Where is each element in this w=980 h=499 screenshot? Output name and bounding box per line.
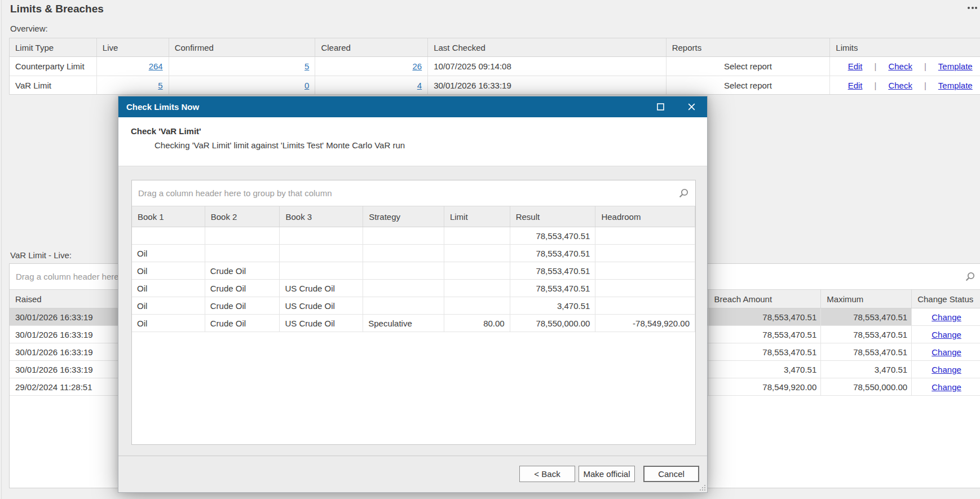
dialog-group-panel[interactable]: Drag a column header here to group by th…	[132, 180, 695, 206]
last-checked-cell: 10/07/2025 09:14:08	[428, 57, 666, 76]
live-count-link[interactable]: 5	[158, 81, 162, 90]
ellipsis-menu-icon[interactable]	[968, 7, 977, 9]
make-official-button[interactable]: Make official	[579, 466, 635, 482]
dialog-title: Check Limits Now	[118, 102, 199, 112]
check-link[interactable]: Check	[888, 81, 912, 90]
headroom-cell	[595, 262, 695, 279]
column-header-book3[interactable]: Book 3	[280, 206, 363, 227]
dialog-footer: < Back Make official Cancel	[118, 456, 707, 492]
live-count-link[interactable]: 264	[149, 61, 163, 71]
result-cell: 3,470.51	[510, 297, 596, 314]
result-cell: 78,553,470.51	[510, 245, 596, 262]
breaches-section-label: VaR Limit - Live:	[10, 250, 72, 260]
change-link[interactable]: Change	[932, 365, 961, 374]
dialog-header-area: Check 'VaR Limit' Checking 'VaR Limit' l…	[118, 117, 707, 166]
book3-cell: US Crude Oil	[280, 280, 363, 297]
breach-amount-cell: 78,553,470.51	[709, 343, 822, 360]
check-result-row[interactable]: Oil Crude Oil US Crude Oil 3,470.51	[132, 297, 695, 315]
overview-row-counterparty-limit: Counterparty Limit 264 5 26 10/07/2025 0…	[10, 57, 980, 76]
check-results-table: Drag a column header here to group by th…	[131, 180, 696, 445]
strategy-cell: Speculative	[363, 315, 444, 332]
check-result-row[interactable]: Oil Crude Oil 78,553,470.51	[132, 262, 695, 280]
search-icon[interactable]	[678, 188, 689, 198]
change-link[interactable]: Change	[932, 312, 961, 322]
link-separator: |	[924, 61, 926, 71]
confirmed-count-link[interactable]: 5	[304, 61, 309, 71]
maximum-cell: 78,553,470.51	[821, 308, 912, 325]
column-header-strategy[interactable]: Strategy	[363, 206, 444, 227]
column-header-headroom[interactable]: Headroom	[595, 206, 695, 227]
resize-grip[interactable]	[700, 485, 705, 491]
column-header-limits[interactable]: Limits	[830, 38, 980, 56]
headroom-cell	[595, 280, 695, 297]
change-status-cell: Change	[912, 308, 980, 325]
select-report-dropdown[interactable]: Select report	[666, 57, 831, 76]
column-header-reports[interactable]: Reports	[666, 38, 831, 56]
column-header-cleared[interactable]: Cleared	[315, 38, 428, 56]
overview-table-header: Limit Type Live Confirmed Cleared Last C…	[10, 38, 980, 57]
strategy-cell	[363, 297, 444, 314]
close-button[interactable]	[676, 96, 707, 117]
check-result-row[interactable]: Oil 78,553,470.51	[132, 245, 695, 262]
template-link[interactable]: Template	[938, 61, 973, 71]
book2-cell	[205, 227, 280, 244]
check-result-row[interactable]: Oil Crude Oil US Crude Oil 78,553,470.51	[132, 280, 695, 297]
select-report-dropdown[interactable]: Select report	[666, 76, 831, 95]
check-result-row[interactable]: Oil Crude Oil US Crude Oil Speculative 8…	[132, 315, 695, 332]
book3-cell	[280, 227, 363, 244]
limit-cell	[444, 262, 510, 279]
change-status-cell: Change	[912, 361, 980, 378]
live-count-cell: 5	[97, 76, 169, 95]
cleared-count-link[interactable]: 4	[417, 81, 422, 90]
breach-amount-cell: 78,553,470.51	[709, 326, 822, 343]
column-header-book2[interactable]: Book 2	[205, 206, 280, 227]
column-header-maximum[interactable]: Maximum	[821, 290, 912, 308]
column-header-book1[interactable]: Book 1	[132, 206, 205, 227]
cleared-count-link[interactable]: 26	[412, 61, 422, 71]
headroom-cell: -78,549,920.00	[595, 315, 695, 332]
confirmed-count-link[interactable]: 0	[304, 81, 309, 90]
cancel-button[interactable]: Cancel	[643, 466, 699, 482]
column-header-limit-type[interactable]: Limit Type	[10, 38, 97, 56]
overview-label: Overview:	[10, 24, 48, 33]
column-header-last-checked[interactable]: Last Checked	[428, 38, 666, 56]
change-status-cell: Change	[912, 326, 980, 343]
check-link[interactable]: Check	[888, 61, 912, 71]
strategy-cell	[363, 280, 444, 297]
template-link[interactable]: Template	[938, 81, 973, 90]
edit-link[interactable]: Edit	[848, 61, 863, 71]
check-result-row[interactable]: 78,553,470.51	[132, 227, 695, 245]
dialog-titlebar[interactable]: Check Limits Now	[118, 96, 707, 117]
cleared-count-cell: 4	[315, 76, 428, 95]
back-button[interactable]: < Back	[519, 466, 575, 482]
column-header-result[interactable]: Result	[510, 206, 596, 227]
result-cell: 78,550,000.00	[510, 315, 596, 332]
change-link[interactable]: Change	[932, 382, 961, 392]
edit-link[interactable]: Edit	[848, 81, 863, 90]
column-header-live[interactable]: Live	[97, 38, 169, 56]
limit-type-cell: Counterparty Limit	[10, 57, 97, 76]
book3-cell: US Crude Oil	[280, 297, 363, 314]
link-separator: |	[874, 61, 876, 71]
dialog-description: Checking 'VaR Limit' limit against 'Limi…	[154, 140, 405, 150]
book2-cell	[205, 245, 280, 262]
maximize-button[interactable]	[644, 96, 676, 117]
search-icon[interactable]	[965, 271, 975, 282]
book1-cell: Oil	[132, 245, 205, 262]
strategy-cell	[363, 227, 444, 244]
column-header-change-status[interactable]: Change Status	[912, 290, 980, 308]
column-header-limit[interactable]: Limit	[444, 206, 510, 227]
change-link[interactable]: Change	[932, 330, 961, 339]
column-header-breach-amount[interactable]: Breach Amount	[709, 290, 822, 308]
confirmed-count-cell: 5	[169, 57, 316, 76]
overview-row-var-limit: VaR Limit 5 0 4 30/01/2026 16:33:19 Sele…	[10, 76, 980, 95]
maximum-cell: 78,553,470.51	[821, 326, 912, 343]
book2-cell: Crude Oil	[205, 297, 280, 314]
result-cell: 78,553,470.51	[510, 227, 596, 244]
column-header-confirmed[interactable]: Confirmed	[169, 38, 316, 56]
limit-cell: 80.00	[444, 315, 510, 332]
dialog-heading: Check 'VaR Limit'	[131, 126, 201, 136]
page-title: Limits & Breaches	[10, 3, 104, 15]
change-link[interactable]: Change	[932, 347, 961, 357]
confirmed-count-cell: 0	[169, 76, 316, 95]
